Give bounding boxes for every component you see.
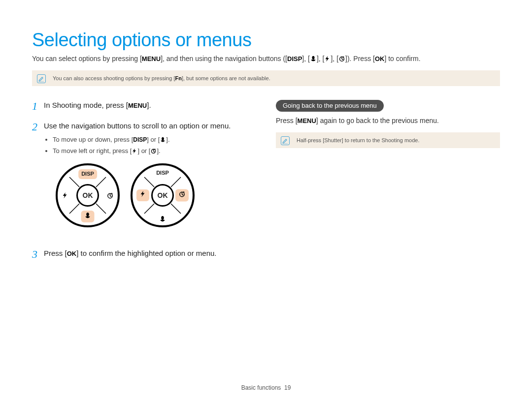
dial-left xyxy=(62,192,68,199)
footer-section: Basic functions xyxy=(241,384,281,391)
svg-line-7 xyxy=(144,204,154,214)
intro-seg: ] to confirm. xyxy=(384,55,420,62)
flash-icon xyxy=(324,56,331,62)
page-title: Selecting options or menus xyxy=(32,30,500,51)
note-box: You can also access shooting options by … xyxy=(32,70,500,86)
step-seg: ]. xyxy=(147,101,151,109)
shutter-label: Shutter xyxy=(324,137,341,143)
menu-label: MENU xyxy=(298,117,316,124)
macro-icon xyxy=(160,136,166,143)
dial-center-ok: OK xyxy=(151,184,174,207)
step-3: 3 Press [OK] to confirm the highlighted … xyxy=(32,248,256,260)
intro-seg: ]). Press [ xyxy=(345,55,375,62)
step-number: 3 xyxy=(32,248,44,260)
timer-icon xyxy=(178,190,186,198)
disp-label: DISP xyxy=(78,169,97,179)
flash-icon xyxy=(132,148,137,154)
flash-icon xyxy=(62,192,68,199)
sub-item: To move up or down, press [DISP] or []. xyxy=(53,135,231,145)
dial-bottom xyxy=(159,215,166,222)
dial-updown: DISP OK xyxy=(56,163,120,227)
right-column: Going back to the previous menu Press [M… xyxy=(276,100,500,269)
left-column: 1 In Shooting mode, press [MENU]. 2 Use … xyxy=(32,100,256,269)
timer-icon xyxy=(150,148,157,154)
svg-line-3 xyxy=(69,204,79,214)
sub-seg: To move left or right, press [ xyxy=(53,147,132,154)
disp-label: DISP xyxy=(133,136,147,143)
right-seg: Press [ xyxy=(276,117,298,124)
sub-item: To move left or right, press [] or []. xyxy=(53,147,231,156)
note-seg: ], but some options are not available. xyxy=(182,75,270,81)
svg-line-2 xyxy=(96,177,106,187)
fn-label: Fn xyxy=(175,75,181,81)
step-seg: Use the navigation buttons to scroll to … xyxy=(44,122,231,130)
step-seg: Press [ xyxy=(44,249,67,257)
note-seg: Half-press [ xyxy=(297,137,324,143)
macro-icon xyxy=(84,212,92,219)
dial-leftright: DISP OK xyxy=(131,163,195,227)
note-box: Half-press [Shutter] to return to the Sh… xyxy=(276,132,500,148)
ok-label: OK xyxy=(375,55,385,62)
dial-right xyxy=(106,192,114,199)
sub-seg: To move up or down, press [ xyxy=(53,136,133,143)
dial-diagrams: DISP OK xyxy=(56,163,231,227)
timer-icon xyxy=(338,55,345,62)
svg-line-6 xyxy=(171,177,181,187)
svg-line-8 xyxy=(171,204,181,214)
step-seg: ] to confirm the highlighted option or m… xyxy=(76,249,216,257)
flash-icon xyxy=(139,191,146,198)
svg-line-1 xyxy=(69,177,79,187)
dial-right xyxy=(175,189,189,202)
sub-seg: ]. xyxy=(157,147,160,154)
dial-top: DISP xyxy=(78,169,97,179)
menu-label: MENU xyxy=(142,55,161,62)
dial-center-ok: OK xyxy=(76,184,99,207)
timer-icon xyxy=(106,192,114,199)
intro-text: You can select options by pressing [MENU… xyxy=(32,55,500,62)
sub-seg: ] or [ xyxy=(147,136,160,143)
footer-page: 19 xyxy=(284,384,291,391)
disp-label: DISP xyxy=(287,55,302,62)
step-2: 2 Use the navigation buttons to scroll t… xyxy=(32,121,256,239)
note-icon xyxy=(37,74,46,83)
intro-seg: ], and then using the navigation buttons… xyxy=(161,55,287,62)
page-footer: Basic functions 19 xyxy=(0,384,532,391)
note-seg: ] to return to the Shooting mode. xyxy=(342,137,420,143)
dial-top: DISP xyxy=(156,169,169,177)
right-text: Press [MENU] again to go back to the pre… xyxy=(276,117,500,124)
step-seg: In Shooting mode, press [ xyxy=(44,101,128,109)
menu-label: MENU xyxy=(128,102,147,109)
note-icon xyxy=(281,136,290,145)
section-pill: Going back to the previous menu xyxy=(276,100,384,112)
intro-seg: ], [ xyxy=(331,55,338,62)
dial-left xyxy=(136,190,149,202)
intro-seg: You can select options by pressing [ xyxy=(32,55,142,62)
step-number: 1 xyxy=(32,100,44,112)
dial-bottom xyxy=(81,211,95,223)
macro-icon xyxy=(159,215,166,222)
ok-label: OK xyxy=(67,250,77,257)
step-1: 1 In Shooting mode, press [MENU]. xyxy=(32,100,256,112)
sub-seg: ] or [ xyxy=(137,147,150,154)
intro-seg: ], [ xyxy=(317,55,325,62)
svg-line-4 xyxy=(96,204,106,214)
macro-icon xyxy=(310,55,317,62)
note-seg: You can also access shooting options by … xyxy=(53,75,175,81)
svg-line-5 xyxy=(144,177,154,187)
right-seg: ] again to go back to the previous menu. xyxy=(316,117,439,124)
intro-seg: ], [ xyxy=(302,55,310,62)
step-number: 2 xyxy=(32,121,44,239)
sub-seg: ]. xyxy=(166,136,169,143)
